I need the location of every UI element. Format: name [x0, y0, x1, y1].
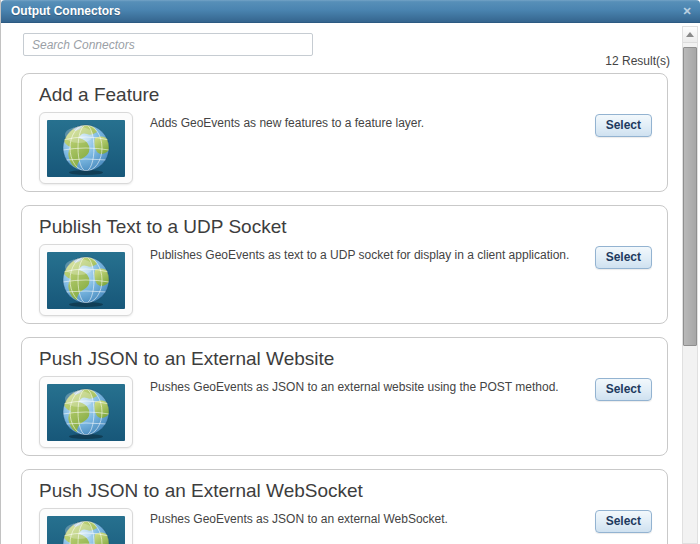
scrollbar-up-button[interactable]	[683, 27, 697, 43]
globe-icon	[47, 516, 125, 544]
connector-thumbnail	[39, 112, 133, 184]
connector-description: Adds GeoEvents as new features to a feat…	[150, 116, 581, 131]
connector-thumbnail	[39, 508, 133, 544]
scrollbar-track[interactable]	[682, 26, 698, 544]
connector-card: Push JSON to an External WebSocket	[21, 469, 668, 544]
select-button[interactable]: Select	[595, 378, 652, 401]
globe-icon	[47, 252, 125, 309]
select-button[interactable]: Select	[595, 246, 652, 269]
scrollbar-thumb[interactable]	[683, 47, 697, 346]
connector-title: Publish Text to a UDP Socket	[39, 216, 652, 238]
globe-icon	[47, 120, 125, 177]
connector-description: Pushes GeoEvents as JSON to an external …	[150, 512, 581, 527]
close-icon[interactable]: ✕	[680, 4, 694, 18]
select-button[interactable]: Select	[595, 510, 652, 533]
connector-list: Add a Feature	[21, 73, 668, 544]
results-count: 12 Result(s)	[1, 53, 670, 69]
connector-description: Pushes GeoEvents as JSON to an external …	[150, 380, 581, 395]
connector-card: Publish Text to a UDP Socket	[21, 205, 668, 324]
globe-icon	[47, 384, 125, 441]
connector-title: Push JSON to an External Website	[39, 348, 652, 370]
select-button[interactable]: Select	[595, 114, 652, 137]
window-title: Output Connectors	[1, 4, 120, 18]
connector-card: Add a Feature	[21, 73, 668, 192]
connector-description: Publishes GeoEvents as text to a UDP soc…	[150, 248, 581, 263]
connector-thumbnail	[39, 376, 133, 448]
dialog-content: 12 Result(s) Add a Feature	[1, 23, 700, 544]
output-connectors-dialog: Output Connectors ✕ 12 Result(s) Add a F…	[0, 0, 700, 544]
window-titlebar: Output Connectors ✕	[1, 0, 700, 23]
connector-thumbnail	[39, 244, 133, 316]
connector-title: Push JSON to an External WebSocket	[39, 480, 652, 502]
chevron-up-icon	[686, 32, 694, 37]
connector-title: Add a Feature	[39, 84, 652, 106]
connector-card: Push JSON to an External Website	[21, 337, 668, 456]
